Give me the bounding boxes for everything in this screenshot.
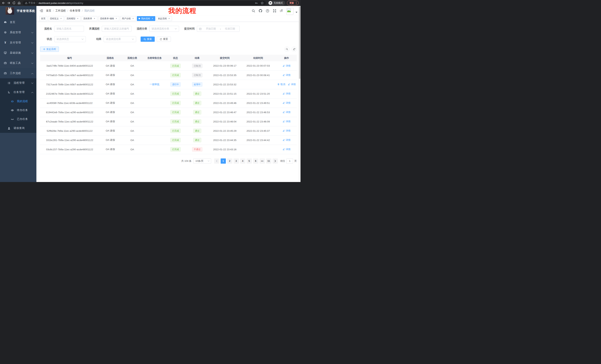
breadcrumb-home[interactable]: 首页 [46, 9, 51, 12]
goto-suffix: 页 [294, 159, 297, 163]
cell-category: OA [121, 89, 143, 98]
process-name-input[interactable]: 请输入流程名 [54, 26, 84, 32]
detail-link[interactable]: 详情 [282, 120, 290, 123]
sidebar-item-infra[interactable]: 基础设施 [0, 48, 36, 58]
sidebar-item-workflow[interactable]: 工作流程 [0, 68, 36, 78]
page-5[interactable]: 5 [247, 158, 252, 164]
avatar[interactable] [286, 8, 293, 15]
filter-row-2: 状态 请选择状态 结果 请选择流结果 搜索 [40, 36, 297, 42]
current-task-link[interactable]: 一级审批 [150, 83, 160, 86]
url-bar[interactable]: 不安全 dashboard.yudao.iocoder.cn/bpm/task/… [23, 1, 266, 5]
tab-start-process[interactable]: 发起流程× [156, 16, 172, 21]
next-page-button[interactable] [273, 158, 278, 164]
result-badge: 通过 [193, 129, 201, 133]
goto-page-input[interactable]: 1 [286, 158, 293, 164]
browser-reload-icon[interactable] [12, 1, 16, 5]
browser-forward-icon[interactable] [7, 1, 10, 5]
cell-result: 通过 [185, 117, 210, 126]
status-select[interactable]: 请选择状态 [54, 36, 86, 42]
detail-link[interactable]: 详情 [288, 83, 296, 86]
browser-menu-dots-icon[interactable] [296, 1, 297, 4]
detail-link[interactable]: 详情 [282, 111, 290, 114]
sidebar-item-done-tasks[interactable]: 已办任务 [0, 115, 36, 124]
header-search-icon[interactable] [252, 9, 255, 13]
prev-page-button[interactable] [214, 158, 219, 164]
result-select[interactable]: 请选择流结果 [104, 36, 136, 42]
detail-link[interactable]: 详情 [282, 92, 290, 95]
detail-link[interactable]: 详情 [282, 138, 290, 142]
sidebar-item-todo-tasks[interactable]: 待办任务 [0, 106, 36, 115]
page-size-select[interactable]: 10条/页 [193, 158, 211, 164]
filter-row-1: 流程名 请输入流程名 所属流程 请输入流程定义的编号 流程分类 请选择流程分类 … [40, 26, 297, 32]
tab-close-icon[interactable]: × [115, 18, 118, 20]
page-11[interactable]: 11 [266, 158, 271, 164]
key-icon[interactable] [255, 1, 258, 5]
tab-process-form[interactable]: 流程表单× [81, 16, 97, 21]
app-logo-row[interactable]: 芋道管理系统 [0, 6, 36, 16]
cell-result: 通过 [185, 89, 210, 98]
page-ellipsis[interactable]: ••• [260, 158, 265, 164]
scrollbar-thumb[interactable] [299, 7, 300, 79]
cell-submit-time: 2022-01-22 23:45:29 [210, 126, 240, 135]
browser-update-button[interactable]: 更新 [287, 0, 299, 5]
font-size-icon[interactable]: TT [280, 9, 283, 12]
browser-back-icon[interactable] [2, 1, 5, 5]
sidebar-item-my-process[interactable]: 我的流程 [0, 97, 36, 106]
goto-label: 前往 [280, 159, 285, 163]
tab-close-icon[interactable]: × [151, 18, 154, 20]
cell-current-task [143, 145, 166, 154]
sidebar-item-leave-query[interactable]: 请假查询 [0, 124, 36, 133]
cancel-link[interactable]: 取消 [277, 83, 285, 86]
reset-button[interactable]: 重置 [157, 37, 171, 42]
help-icon[interactable] [266, 9, 269, 13]
page-scrollbar[interactable] [299, 6, 300, 182]
process-definition-input[interactable]: 请输入流程定义的编号 [102, 26, 131, 32]
detail-link[interactable]: 详情 [282, 101, 290, 105]
page-1[interactable]: 1 [221, 158, 226, 164]
page-3[interactable]: 3 [234, 158, 239, 164]
tab-process-model[interactable]: 流程模型× [65, 16, 80, 21]
page-annotation: 我的流程 [168, 6, 197, 15]
edit-icon [282, 120, 285, 123]
detail-link[interactable]: 详情 [282, 148, 290, 151]
tab-close-icon[interactable]: × [132, 18, 134, 20]
page-4[interactable]: 4 [240, 158, 245, 164]
refresh-table-button[interactable] [291, 47, 297, 52]
submit-time-range-picker[interactable]: 开始日期 - 结束日期 [197, 26, 240, 32]
tab-close-icon[interactable]: × [60, 18, 62, 20]
start-process-button[interactable]: 发起流程 [40, 47, 59, 52]
sidebar-item-payment[interactable]: ¥支付管理 [0, 38, 36, 48]
dashboard-icon [4, 21, 7, 24]
result-badge: 处理中 [192, 82, 202, 87]
search-button[interactable]: 搜索 [140, 37, 155, 42]
show-search-toggle-button[interactable] [284, 47, 290, 52]
browser-home-icon[interactable] [18, 1, 21, 5]
sidebar-collapse-icon[interactable] [39, 9, 43, 13]
category-select[interactable]: 请选择流程分类 [149, 26, 179, 32]
tab-process-form-edit[interactable]: 流程表单-编辑× [98, 16, 119, 21]
tab-home[interactable]: 首页 [39, 16, 47, 21]
page-2[interactable]: 2 [227, 158, 232, 164]
detail-link[interactable]: 详情 [282, 74, 290, 77]
avatar-caret-icon[interactable] [295, 10, 298, 14]
sidebar-item-devtools[interactable]: 研发工具 [0, 58, 36, 68]
sidebar-item-system[interactable]: 系统管理 [0, 27, 36, 38]
not-secure-icon [25, 2, 28, 4]
detail-link[interactable]: 详情 [282, 64, 290, 67]
sidebar-item-task-mgmt[interactable]: 任务管理 [0, 87, 36, 97]
github-icon[interactable] [259, 9, 262, 13]
sidebar-item-process-mgmt[interactable]: 流程管理 [0, 78, 36, 87]
detail-link[interactable]: 详情 [282, 129, 290, 133]
tab-close-icon[interactable]: × [77, 18, 79, 20]
tab-process-definition[interactable]: 流程定义× [48, 16, 64, 21]
sidebar-item-home[interactable]: 首页 [0, 17, 36, 27]
status-badge: 已完成 [170, 119, 181, 124]
page-6[interactable]: 6 [253, 158, 258, 164]
tab-my-process[interactable]: 我的流程× [137, 16, 155, 21]
fullscreen-icon[interactable] [273, 9, 276, 13]
sidebar-item-label: 首页 [10, 21, 33, 24]
bookmark-star-icon[interactable] [260, 1, 264, 5]
tab-close-icon[interactable]: × [168, 18, 170, 20]
tab-user-group[interactable]: 用户分组× [120, 16, 136, 21]
tab-close-icon[interactable]: × [93, 18, 96, 20]
